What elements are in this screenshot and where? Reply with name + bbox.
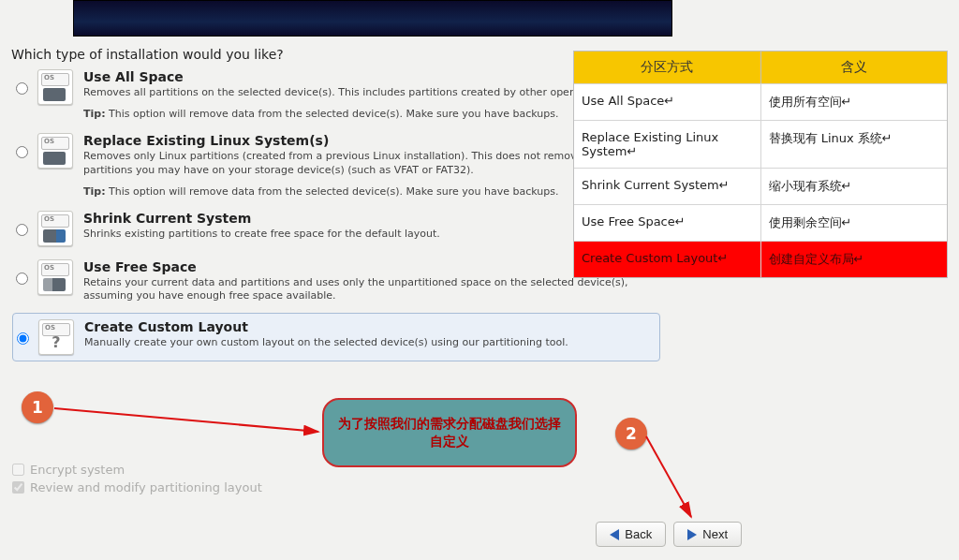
encrypt-system-row[interactable]: Encrypt system (12, 463, 262, 477)
ref-cell: Use Free Space↵ (574, 204, 761, 241)
option-desc: Removes all partitions on the selected d… (83, 86, 649, 100)
radio-shrink-current[interactable] (16, 224, 28, 236)
ref-header-mode: 分区方式 (574, 52, 761, 83)
annotation-badge-1: 1 (22, 391, 53, 423)
disk-icon: OS (33, 259, 78, 295)
option-tip: Tip: This option will remove data from t… (83, 108, 649, 120)
option-title: Use Free Space (83, 259, 649, 274)
option-desc: Removes only Linux partitions (created f… (83, 150, 649, 178)
svg-line-1 (646, 436, 691, 517)
ref-cell: 使用所有空间↵ (761, 83, 948, 120)
option-tip: Tip: This option will remove data from t… (83, 185, 649, 198)
radio-use-free-space[interactable] (16, 273, 28, 285)
ref-cell: 创建自定义布局↵ (761, 241, 948, 277)
option-desc: Shrinks existing partitions to create fr… (83, 228, 649, 242)
radio-use-all-space[interactable] (16, 82, 28, 95)
ref-header-meaning: 含义 (761, 52, 948, 83)
svg-line-0 (54, 408, 318, 432)
review-checkbox[interactable] (12, 481, 24, 494)
option-use-all-space[interactable]: OS Use All Space Removes all partitions … (14, 66, 651, 124)
annotation-badge-2: 2 (615, 418, 647, 449)
ref-cell: 缩小现有系统↵ (761, 168, 948, 204)
wizard-buttons: Back Next (596, 522, 742, 547)
installer-page: Which type of installation would you lik… (0, 0, 959, 560)
ref-cell: Use All Space↵ (574, 83, 761, 120)
option-desc: Retains your current data and partitions… (83, 276, 649, 304)
reference-table: 分区方式 含义 Use All Space↵使用所有空间↵ Replace Ex… (573, 51, 948, 278)
back-button[interactable]: Back (596, 522, 666, 547)
option-use-free-space[interactable]: OS Use Free Space Retains your current d… (14, 256, 651, 308)
option-desc: Manually create your own custom layout o… (84, 336, 656, 350)
ref-cell: Shrink Current System↵ (574, 168, 761, 204)
option-shrink-current[interactable]: OS Shrink Current System Shrinks existin… (14, 207, 651, 250)
review-partitioning-row[interactable]: Review and modify partitioning layout (12, 480, 262, 494)
encrypt-checkbox[interactable] (12, 464, 24, 476)
review-label: Review and modify partitioning layout (30, 480, 262, 494)
ref-cell: 替换现有 Linux 系统↵ (761, 120, 948, 168)
option-title: Create Custom Layout (84, 319, 656, 334)
radio-replace-linux[interactable] (16, 146, 28, 158)
disk-icon: OS (33, 211, 78, 246)
install-type-question: Which type of installation would you lik… (11, 47, 284, 62)
disk-icon: OS (33, 133, 78, 169)
option-title: Replace Existing Linux System(s) (83, 133, 649, 148)
arrow-right-icon (687, 529, 697, 540)
ref-cell: 使用剩余空间↵ (761, 204, 948, 241)
ref-cell: Replace Existing Linux System↵ (574, 120, 761, 168)
extra-options: Encrypt system Review and modify partiti… (12, 463, 262, 498)
install-type-options: OS Use All Space Removes all partitions … (14, 66, 651, 367)
disk-icon: OS (33, 69, 78, 105)
encrypt-label: Encrypt system (30, 463, 125, 477)
banner (73, 0, 672, 37)
ref-cell: Create Custom Layout↵ (574, 241, 761, 277)
option-create-custom-layout[interactable]: OS Create Custom Layout Manually create … (12, 313, 660, 361)
annotation-callout: 为了按照我们的需求分配磁盘我们选择自定义 (322, 398, 577, 467)
question-icon: OS (34, 319, 79, 355)
arrow-left-icon (610, 529, 619, 540)
radio-create-custom-layout[interactable] (17, 332, 29, 345)
option-replace-linux[interactable]: OS Replace Existing Linux System(s) Remo… (14, 129, 651, 201)
next-button[interactable]: Next (673, 522, 742, 547)
option-title: Shrink Current System (83, 211, 649, 226)
option-title: Use All Space (83, 69, 649, 84)
